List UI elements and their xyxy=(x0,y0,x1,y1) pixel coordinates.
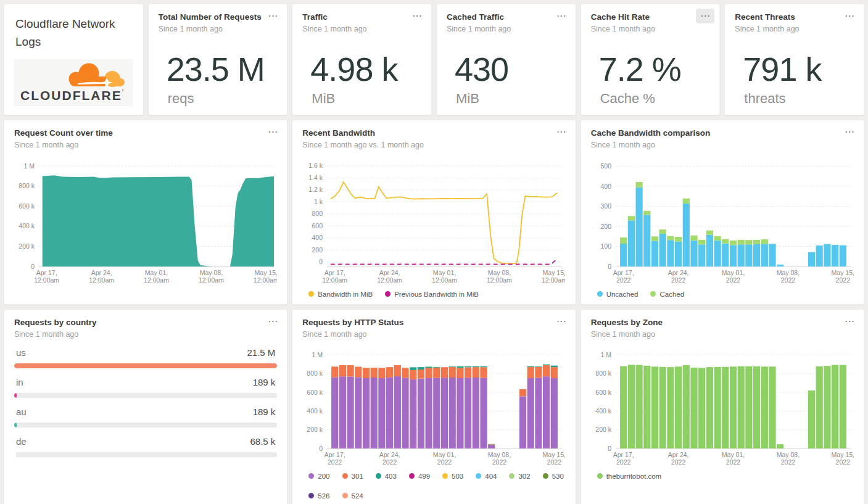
svg-text:1.4 k: 1.4 k xyxy=(309,174,324,181)
panel-menu-icon[interactable]: ⋯ xyxy=(552,125,571,139)
legend-item[interactable]: 404 xyxy=(476,473,497,480)
svg-text:Apr 17,: Apr 17, xyxy=(36,269,57,276)
svg-text:2022: 2022 xyxy=(328,458,342,466)
legend-item[interactable]: 526 xyxy=(308,492,329,500)
svg-text:0: 0 xyxy=(608,262,611,270)
svg-text:2022: 2022 xyxy=(780,276,795,284)
legend-item[interactable]: 524 xyxy=(342,492,363,500)
svg-text:200 k: 200 k xyxy=(307,426,323,433)
panel-menu-icon[interactable]: ⋯ xyxy=(840,9,859,23)
legend-item[interactable]: Bandwidth in MiB xyxy=(308,291,373,298)
svg-text:2022: 2022 xyxy=(616,458,631,466)
panel-subtitle: Since 1 month ago xyxy=(591,141,854,149)
country-row: de68.5 k xyxy=(14,436,277,457)
legend-item[interactable]: 403 xyxy=(376,473,397,480)
svg-text:1 M: 1 M xyxy=(600,351,611,358)
svg-text:0: 0 xyxy=(319,258,323,265)
dashboard: Cloudflare Network Logs CLOUDFLARE Total… xyxy=(0,0,868,504)
legend-item[interactable]: Uncached xyxy=(597,291,639,298)
stat-unit: MiB xyxy=(312,91,421,107)
panel-menu-icon[interactable]: ⋯ xyxy=(840,125,859,139)
panel-subtitle: Since 1 month ago xyxy=(591,330,854,339)
bandwidth-line-chart[interactable]: 02004006008001 k1.2 k1.4 k1.6 kApr 17,12… xyxy=(302,155,565,286)
svg-text:12:00am: 12:00am xyxy=(377,276,402,284)
request-count-area-chart[interactable]: 0200 k400 k600 k800 k1 MApr 17,12:00amAp… xyxy=(14,155,277,286)
panel-menu-icon[interactable]: ⋯ xyxy=(696,9,714,23)
legend-item[interactable]: 200 xyxy=(308,473,329,480)
legend-dot-icon xyxy=(476,473,481,479)
svg-text:May 08,: May 08, xyxy=(488,269,511,276)
panel-subtitle: Since 1 month ago xyxy=(447,25,566,33)
legend-item[interactable]: 530 xyxy=(543,473,564,480)
panel-menu-icon[interactable]: ⋯ xyxy=(552,314,571,329)
country-label: au xyxy=(16,407,27,417)
panel-menu-icon[interactable]: ⋯ xyxy=(408,9,426,23)
zone-bar-chart[interactable]: 0200 k400 k600 k800 k1 MApr 17,2022Apr 2… xyxy=(591,345,854,468)
legend-dot-icon xyxy=(342,493,348,498)
panel-title: Requests by Zone xyxy=(591,318,854,328)
panel-menu-icon[interactable]: ⋯ xyxy=(263,125,282,139)
svg-text:May 15,: May 15, xyxy=(831,451,853,458)
stat-unit: reqs xyxy=(168,91,278,107)
panel-subtitle: Since 1 month ago xyxy=(591,25,710,33)
svg-text:0: 0 xyxy=(319,444,323,452)
chart-panel-requests-by-country: Requests by country Since 1 month ago ⋯ … xyxy=(4,309,287,504)
svg-text:2022: 2022 xyxy=(725,458,740,466)
dashboard-title: Cloudflare Network Logs xyxy=(15,15,133,51)
legend-dot-icon xyxy=(308,493,314,498)
svg-text:12:00am: 12:00am xyxy=(254,276,277,284)
legend-item[interactable]: theburritobot.com xyxy=(597,473,662,480)
panel-menu-icon[interactable]: ⋯ xyxy=(263,9,282,23)
country-label: us xyxy=(16,347,26,358)
legend-label: 403 xyxy=(385,473,397,480)
panel-menu-icon[interactable]: ⋯ xyxy=(263,314,282,329)
panel-subtitle: Since 1 month ago xyxy=(735,25,854,33)
svg-text:2022: 2022 xyxy=(780,458,795,466)
svg-text:400 k: 400 k xyxy=(595,407,611,415)
panel-menu-icon[interactable]: ⋯ xyxy=(552,9,571,23)
svg-text:May 15,: May 15, xyxy=(255,269,277,276)
http-status-bar-chart[interactable]: 0200 k400 k600 k800 k1 MApr 17,2022Apr 2… xyxy=(302,345,565,468)
legend-item[interactable]: Previous Bandwidth in MiB xyxy=(385,291,479,298)
svg-text:May 08,: May 08, xyxy=(776,451,799,458)
legend-label: 404 xyxy=(485,473,497,480)
svg-text:Apr 24,: Apr 24, xyxy=(668,269,688,276)
legend-dot-icon xyxy=(308,291,314,297)
legend-item[interactable]: 301 xyxy=(342,473,363,480)
country-row: us21.5 M xyxy=(14,347,277,368)
svg-text:May 08,: May 08, xyxy=(776,269,799,276)
cache-bandwidth-bar-chart[interactable]: 0100200300400500Apr 17,2022Apr 24,2022Ma… xyxy=(591,155,854,286)
cloudflare-logo: CLOUDFLARE xyxy=(14,59,133,106)
middle-charts-row: Request Count over time Since 1 month ag… xyxy=(4,120,864,305)
legend-item[interactable]: 499 xyxy=(409,473,430,480)
country-bar-track xyxy=(14,423,277,428)
stat-panel-traffic: Traffic Since 1 month ago ⋯ 4.98 k MiB xyxy=(292,4,432,115)
svg-text:0: 0 xyxy=(608,444,611,452)
panel-title: Requests by country xyxy=(14,318,277,328)
svg-text:400: 400 xyxy=(600,182,611,189)
legend-item[interactable]: 302 xyxy=(509,473,530,480)
zone-legend: theburritobot.com xyxy=(597,473,854,480)
panel-title: Request Count over time xyxy=(14,128,277,139)
legend-label: 524 xyxy=(352,492,363,500)
svg-text:400 k: 400 k xyxy=(19,222,35,229)
country-row: in189 k xyxy=(14,377,277,398)
legend-label: 499 xyxy=(418,473,430,480)
svg-text:800 k: 800 k xyxy=(307,370,323,377)
svg-text:800: 800 xyxy=(312,210,323,217)
legend-item[interactable]: 503 xyxy=(442,473,463,480)
panel-menu-icon[interactable]: ⋯ xyxy=(840,314,859,329)
country-value: 21.5 M xyxy=(247,347,275,358)
svg-text:May 01,: May 01, xyxy=(721,451,744,458)
stat-unit: Cache % xyxy=(600,91,710,107)
svg-text:2022: 2022 xyxy=(835,458,850,466)
legend-label: 200 xyxy=(318,473,329,480)
legend-label: theburritobot.com xyxy=(606,473,662,480)
legend-item[interactable]: Cached xyxy=(650,291,684,298)
svg-text:300: 300 xyxy=(600,202,611,210)
stat-panel-cache-hit-rate: Cache Hit Rate Since 1 month ago ⋯ 7.2 %… xyxy=(581,4,721,115)
chart-panel-recent-bandwidth: Recent Bandwidth Since 1 month ago vs. 1… xyxy=(292,120,576,305)
cloudflare-wordmark: CLOUDFLARE xyxy=(20,88,125,103)
svg-text:2022: 2022 xyxy=(725,276,740,284)
legend-dot-icon xyxy=(376,473,381,479)
